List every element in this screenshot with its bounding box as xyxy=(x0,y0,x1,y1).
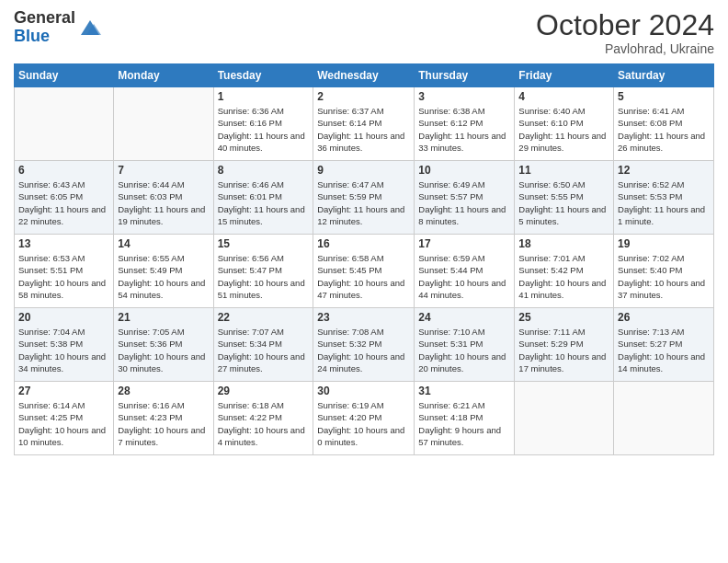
day-info: Sunrise: 7:05 AMSunset: 5:36 PMDaylight:… xyxy=(118,326,209,374)
calendar-cell: 27Sunrise: 6:14 AMSunset: 4:25 PMDayligh… xyxy=(15,382,114,455)
day-number: 28 xyxy=(118,385,209,397)
day-number: 16 xyxy=(317,237,410,250)
day-number: 10 xyxy=(418,164,510,177)
calendar-cell: 5Sunrise: 6:41 AMSunset: 6:08 PMDaylight… xyxy=(614,87,714,161)
day-info: Sunrise: 6:47 AMSunset: 5:59 PMDaylight:… xyxy=(317,178,410,227)
calendar-cell: 18Sunrise: 7:01 AMSunset: 5:42 PMDayligh… xyxy=(515,235,614,308)
calendar-cell xyxy=(614,382,714,455)
day-info: Sunrise: 6:38 AMSunset: 6:12 PMDaylight:… xyxy=(418,105,510,154)
day-info: Sunrise: 6:41 AMSunset: 6:08 PMDaylight:… xyxy=(618,105,710,154)
day-info: Sunrise: 6:44 AMSunset: 6:03 PMDaylight:… xyxy=(118,178,209,227)
day-number: 19 xyxy=(618,237,710,250)
calendar-cell: 10Sunrise: 6:49 AMSunset: 5:57 PMDayligh… xyxy=(415,161,515,235)
day-number: 1 xyxy=(218,90,310,103)
day-info: Sunrise: 6:40 AMSunset: 6:10 PMDaylight:… xyxy=(518,105,609,154)
day-number: 22 xyxy=(218,311,310,324)
logo-general: General xyxy=(14,9,75,28)
day-info: Sunrise: 6:53 AMSunset: 5:51 PMDaylight:… xyxy=(18,252,109,301)
calendar-cell: 16Sunrise: 6:58 AMSunset: 5:45 PMDayligh… xyxy=(313,235,415,308)
day-info: Sunrise: 6:18 AMSunset: 4:22 PMDaylight:… xyxy=(218,399,310,448)
calendar-cell: 4Sunrise: 6:40 AMSunset: 6:10 PMDaylight… xyxy=(515,87,614,161)
logo-blue: Blue xyxy=(14,28,75,46)
day-info: Sunrise: 6:37 AMSunset: 6:14 PMDaylight:… xyxy=(317,105,410,154)
day-number: 21 xyxy=(118,311,209,324)
calendar-cell: 30Sunrise: 6:19 AMSunset: 4:20 PMDayligh… xyxy=(313,382,415,455)
day-info: Sunrise: 7:07 AMSunset: 5:34 PMDaylight:… xyxy=(218,326,310,374)
calendar-cell: 15Sunrise: 6:56 AMSunset: 5:47 PMDayligh… xyxy=(213,235,313,308)
header-monday: Monday xyxy=(114,64,213,87)
header-friday: Friday xyxy=(515,64,614,87)
day-number: 3 xyxy=(418,90,510,103)
day-info: Sunrise: 6:56 AMSunset: 5:47 PMDaylight:… xyxy=(218,252,310,301)
day-info: Sunrise: 6:16 AMSunset: 4:23 PMDaylight:… xyxy=(118,399,209,448)
day-info: Sunrise: 6:58 AMSunset: 5:45 PMDaylight:… xyxy=(317,252,410,301)
day-number: 18 xyxy=(518,237,609,250)
day-number: 23 xyxy=(317,311,410,324)
calendar-cell: 7Sunrise: 6:44 AMSunset: 6:03 PMDaylight… xyxy=(114,161,213,235)
calendar-cell: 3Sunrise: 6:38 AMSunset: 6:12 PMDaylight… xyxy=(415,87,515,161)
day-info: Sunrise: 7:10 AMSunset: 5:31 PMDaylight:… xyxy=(418,326,510,374)
day-number: 17 xyxy=(418,237,510,250)
day-number: 20 xyxy=(18,311,109,324)
day-info: Sunrise: 6:59 AMSunset: 5:44 PMDaylight:… xyxy=(418,252,510,301)
day-info: Sunrise: 7:04 AMSunset: 5:38 PMDaylight:… xyxy=(18,326,109,374)
calendar-cell: 9Sunrise: 6:47 AMSunset: 5:59 PMDaylight… xyxy=(313,161,415,235)
location: Pavlohrad, Ukraine xyxy=(536,41,714,56)
calendar-cell: 26Sunrise: 7:13 AMSunset: 5:27 PMDayligh… xyxy=(614,308,714,382)
title-block: October 2024 Pavlohrad, Ukraine xyxy=(536,9,714,56)
day-info: Sunrise: 6:46 AMSunset: 6:01 PMDaylight:… xyxy=(218,178,310,227)
month-title: October 2024 xyxy=(536,9,714,41)
calendar-cell: 25Sunrise: 7:11 AMSunset: 5:29 PMDayligh… xyxy=(515,308,614,382)
day-number: 12 xyxy=(618,164,710,177)
calendar-cell: 24Sunrise: 7:10 AMSunset: 5:31 PMDayligh… xyxy=(415,308,515,382)
day-number: 31 xyxy=(418,385,510,397)
day-number: 11 xyxy=(518,164,609,177)
day-number: 6 xyxy=(18,164,109,177)
calendar-cell xyxy=(15,87,114,161)
header-thursday: Thursday xyxy=(415,64,515,87)
page-header: General Blue October 2024 Pavlohrad, Ukr… xyxy=(14,9,714,56)
calendar-cell: 23Sunrise: 7:08 AMSunset: 5:32 PMDayligh… xyxy=(313,308,415,382)
calendar-cell: 8Sunrise: 6:46 AMSunset: 6:01 PMDaylight… xyxy=(213,161,313,235)
calendar-table: SundayMondayTuesdayWednesdayThursdayFrid… xyxy=(14,63,714,455)
day-number: 5 xyxy=(618,90,710,103)
day-info: Sunrise: 7:01 AMSunset: 5:42 PMDaylight:… xyxy=(518,252,609,301)
calendar-cell: 1Sunrise: 6:36 AMSunset: 6:16 PMDaylight… xyxy=(213,87,313,161)
calendar-cell: 11Sunrise: 6:50 AMSunset: 5:55 PMDayligh… xyxy=(515,161,614,235)
day-number: 30 xyxy=(317,385,410,397)
logo: General Blue xyxy=(14,9,103,46)
day-number: 7 xyxy=(118,164,209,177)
calendar-cell: 20Sunrise: 7:04 AMSunset: 5:38 PMDayligh… xyxy=(15,308,114,382)
day-number: 24 xyxy=(418,311,510,324)
day-number: 9 xyxy=(317,164,410,177)
header-saturday: Saturday xyxy=(614,64,714,87)
calendar-cell: 2Sunrise: 6:37 AMSunset: 6:14 PMDaylight… xyxy=(313,87,415,161)
calendar-cell: 29Sunrise: 6:18 AMSunset: 4:22 PMDayligh… xyxy=(213,382,313,455)
calendar-cell: 14Sunrise: 6:55 AMSunset: 5:49 PMDayligh… xyxy=(114,235,213,308)
day-info: Sunrise: 7:02 AMSunset: 5:40 PMDaylight:… xyxy=(618,252,710,301)
header-wednesday: Wednesday xyxy=(313,64,415,87)
header-sunday: Sunday xyxy=(15,64,114,87)
calendar-cell: 12Sunrise: 6:52 AMSunset: 5:53 PMDayligh… xyxy=(614,161,714,235)
day-info: Sunrise: 6:55 AMSunset: 5:49 PMDaylight:… xyxy=(118,252,209,301)
day-info: Sunrise: 7:11 AMSunset: 5:29 PMDaylight:… xyxy=(518,326,609,374)
calendar-cell: 17Sunrise: 6:59 AMSunset: 5:44 PMDayligh… xyxy=(415,235,515,308)
day-number: 25 xyxy=(518,311,609,324)
header-tuesday: Tuesday xyxy=(213,64,313,87)
day-info: Sunrise: 6:19 AMSunset: 4:20 PMDaylight:… xyxy=(317,399,410,448)
day-number: 15 xyxy=(218,237,310,250)
calendar-cell xyxy=(515,382,614,455)
day-info: Sunrise: 7:08 AMSunset: 5:32 PMDaylight:… xyxy=(317,326,410,374)
day-info: Sunrise: 6:49 AMSunset: 5:57 PMDaylight:… xyxy=(418,178,510,227)
day-info: Sunrise: 6:50 AMSunset: 5:55 PMDaylight:… xyxy=(518,178,609,227)
calendar-cell xyxy=(114,87,213,161)
day-number: 27 xyxy=(18,385,109,397)
calendar-cell: 31Sunrise: 6:21 AMSunset: 4:18 PMDayligh… xyxy=(415,382,515,455)
day-info: Sunrise: 7:13 AMSunset: 5:27 PMDaylight:… xyxy=(618,326,710,374)
calendar-cell: 21Sunrise: 7:05 AMSunset: 5:36 PMDayligh… xyxy=(114,308,213,382)
calendar-week-row: 13Sunrise: 6:53 AMSunset: 5:51 PMDayligh… xyxy=(15,235,714,308)
day-number: 2 xyxy=(317,90,410,103)
calendar-cell: 28Sunrise: 6:16 AMSunset: 4:23 PMDayligh… xyxy=(114,382,213,455)
day-info: Sunrise: 6:52 AMSunset: 5:53 PMDaylight:… xyxy=(618,178,710,227)
day-number: 29 xyxy=(218,385,310,397)
